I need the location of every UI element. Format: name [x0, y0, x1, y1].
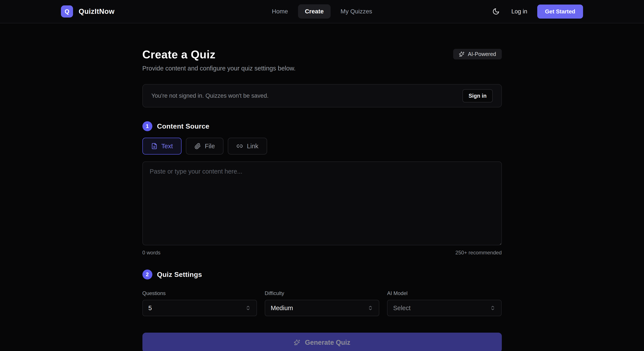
- quiz-settings-fields: Questions 5 Difficulty Medium: [142, 290, 502, 316]
- quiz-settings-title: Quiz Settings: [157, 270, 202, 278]
- word-count: 0 words: [142, 250, 160, 256]
- tab-file[interactable]: File: [186, 138, 224, 154]
- word-recommendation: 250+ recommended: [455, 250, 502, 256]
- step-2-badge: 2: [142, 270, 152, 280]
- page-subtitle: Provide content and configure your quiz …: [142, 65, 502, 72]
- textarea-meta: 0 words 250+ recommended: [142, 250, 502, 256]
- top-navbar: Q QuizItNow Home Create My Quizzes Log i…: [0, 0, 644, 23]
- logo-letter: Q: [64, 8, 69, 15]
- theme-toggle-button[interactable]: [490, 6, 501, 17]
- difficulty-field: Difficulty Medium: [265, 290, 379, 316]
- content-input[interactable]: [142, 162, 502, 245]
- chevrons-up-down-icon: [368, 305, 373, 311]
- page-header: Create a Quiz AI-Powered: [142, 48, 502, 61]
- nav-item-home[interactable]: Home: [265, 4, 295, 18]
- difficulty-label: Difficulty: [265, 290, 379, 296]
- content-source-section-header: 1 Content Source: [142, 121, 502, 131]
- signin-notice-card: You're not signed in. Quizzes won't be s…: [142, 84, 502, 108]
- sparkles-icon: [459, 51, 465, 57]
- tab-link-label: Link: [247, 143, 258, 150]
- chevrons-up-down-icon: [245, 305, 251, 311]
- create-quiz-page: Create a Quiz AI-Powered Provide content…: [142, 23, 502, 351]
- questions-field: Questions 5: [142, 290, 257, 316]
- ai-model-field: AI Model Select: [387, 290, 502, 316]
- generate-quiz-button[interactable]: Generate Quiz: [142, 333, 502, 351]
- questions-label: Questions: [142, 290, 257, 296]
- quiz-settings-section-header: 2 Quiz Settings: [142, 270, 502, 280]
- tab-text[interactable]: Text: [142, 138, 182, 154]
- generate-quiz-label: Generate Quiz: [305, 339, 350, 346]
- ai-model-label: AI Model: [387, 290, 502, 296]
- login-button[interactable]: Log in: [511, 8, 527, 15]
- content-source-tabs: Text File Link: [142, 138, 502, 154]
- difficulty-value: Medium: [271, 304, 293, 312]
- page-title: Create a Quiz: [142, 48, 216, 61]
- nav-links: Home Create My Quizzes: [265, 4, 379, 18]
- signin-notice-text: You're not signed in. Quizzes won't be s…: [152, 92, 268, 99]
- ai-model-value: Select: [393, 304, 410, 312]
- ai-powered-badge: AI-Powered: [453, 49, 502, 60]
- badge-label: AI-Powered: [468, 51, 496, 57]
- app-logo-icon: Q: [61, 6, 73, 18]
- questions-select[interactable]: 5: [142, 300, 257, 316]
- nav-item-my-quizzes[interactable]: My Quizzes: [334, 4, 379, 18]
- ai-model-select[interactable]: Select: [387, 300, 502, 316]
- content-source-title: Content Source: [157, 122, 210, 130]
- brand-name: QuizItNow: [79, 7, 114, 16]
- brand[interactable]: Q QuizItNow: [61, 6, 114, 18]
- tab-link[interactable]: Link: [228, 138, 267, 154]
- sign-in-button[interactable]: Sign in: [462, 89, 492, 102]
- tab-text-label: Text: [162, 143, 173, 150]
- nav-actions: Log in Get Started: [490, 4, 583, 18]
- tab-file-label: File: [205, 143, 215, 150]
- moon-icon: [492, 8, 500, 15]
- chevrons-up-down-icon: [490, 305, 496, 311]
- sparkles-icon: [294, 339, 300, 346]
- questions-value: 5: [148, 304, 152, 312]
- get-started-button[interactable]: Get Started: [537, 4, 583, 18]
- file-text-icon: [151, 143, 158, 149]
- paperclip-icon: [194, 143, 201, 149]
- link-icon: [236, 143, 243, 149]
- step-1-badge: 1: [142, 121, 152, 131]
- difficulty-select[interactable]: Medium: [265, 300, 379, 316]
- nav-item-create[interactable]: Create: [298, 4, 331, 18]
